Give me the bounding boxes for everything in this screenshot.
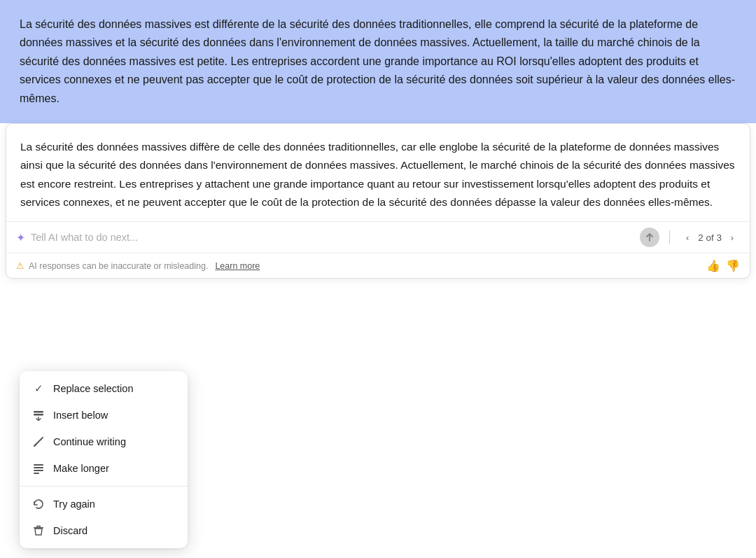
menu-item-discard-label: Discard: [53, 525, 88, 536]
ai-sparkle-icon: ✦: [16, 231, 25, 244]
menu-item-make-longer[interactable]: Make longer: [20, 455, 188, 482]
pen-icon: [32, 435, 45, 448]
ai-pagination: ‹ 2 of 3 ›: [680, 230, 740, 245]
menu-item-insert-below[interactable]: Insert below: [20, 402, 188, 428]
menu-item-continue-writing[interactable]: Continue writing: [20, 428, 188, 455]
menu-item-insert-below-label: Insert below: [53, 410, 108, 421]
menu-item-try-again-label: Try again: [53, 498, 95, 510]
insert-below-icon: [32, 409, 45, 421]
menu-item-try-again[interactable]: Try again: [20, 491, 188, 517]
send-icon: [645, 232, 654, 242]
check-icon: ✓: [32, 382, 45, 395]
menu-section-1: ✓ Replace selection Insert below: [20, 371, 188, 486]
pagination-label: 2 of 3: [698, 232, 722, 243]
pagination-next-button[interactable]: ›: [724, 230, 740, 245]
ai-response-text: La sécurité des données massives diffère…: [6, 124, 750, 221]
menu-section-2: Try again Discard: [20, 486, 188, 548]
selected-text-content: La sécurité des données massives est dif…: [20, 18, 735, 104]
learn-more-link[interactable]: Learn more: [215, 261, 260, 271]
pagination-prev-button[interactable]: ‹: [680, 230, 695, 245]
page-container: La sécurité des données massives est dif…: [0, 0, 756, 558]
svg-rect-7: [34, 470, 43, 471]
svg-line-4: [34, 444, 36, 446]
ai-warning-row: ⚠ AI responses can be inaccurate or misl…: [6, 253, 750, 278]
warning-icon: ⚠: [16, 260, 24, 271]
thumbs-down-icon[interactable]: 👎: [726, 259, 740, 272]
svg-rect-6: [34, 467, 43, 468]
ai-input-placeholder[interactable]: Tell AI what to do next...: [31, 232, 634, 243]
menu-item-replace-label: Replace selection: [53, 383, 133, 394]
thumbs-up-icon[interactable]: 👍: [706, 259, 720, 272]
ai-send-button[interactable]: [640, 228, 659, 247]
svg-rect-5: [34, 464, 43, 466]
selected-text-block: La sécurité des données massives est dif…: [0, 0, 756, 123]
ai-warning-text: AI responses can be inaccurate or mislea…: [29, 261, 208, 271]
menu-item-replace[interactable]: ✓ Replace selection: [20, 375, 188, 402]
menu-item-make-longer-label: Make longer: [53, 463, 109, 474]
ai-panel: La sécurité des données massives diffère…: [6, 123, 750, 279]
dropdown-menu: ✓ Replace selection Insert below: [20, 371, 188, 548]
ai-warning-group: ⚠ AI responses can be inaccurate or misl…: [16, 260, 260, 271]
svg-rect-8: [34, 473, 39, 474]
menu-item-discard[interactable]: Discard: [20, 517, 188, 544]
make-longer-icon: [32, 462, 45, 475]
retry-icon: [32, 498, 45, 510]
pagination-divider: [669, 230, 670, 244]
svg-rect-0: [34, 411, 43, 413]
feedback-icons: 👍 👎: [706, 259, 740, 272]
svg-rect-1: [34, 414, 43, 416]
menu-item-continue-writing-label: Continue writing: [53, 436, 126, 447]
trash-icon: [32, 524, 45, 537]
ai-input-row: ✦ Tell AI what to do next... ‹ 2 of 3 ›: [6, 221, 750, 253]
